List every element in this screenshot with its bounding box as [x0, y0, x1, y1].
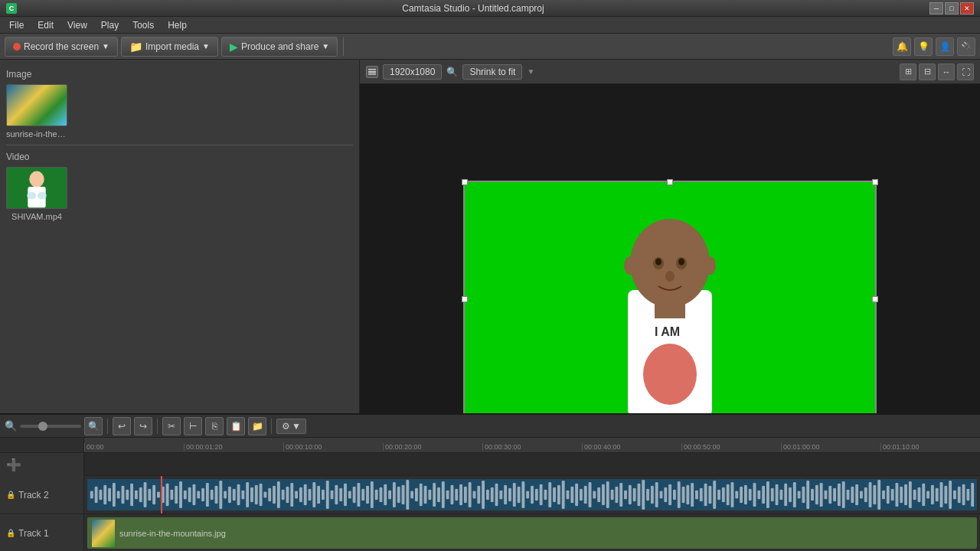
timeline-undo-btn[interactable]: ↩: [113, 417, 131, 435]
timeline-sep-1: [107, 419, 108, 434]
svg-rect-64: [175, 486, 178, 504]
svg-rect-198: [771, 488, 774, 502]
svg-rect-46: [95, 487, 98, 503]
preview-icon-4[interactable]: ⛶: [957, 64, 974, 80]
svg-rect-86: [273, 486, 276, 504]
add-track-button[interactable]: ➕: [0, 453, 83, 476]
svg-rect-173: [660, 491, 663, 499]
maximize-button[interactable]: □: [945, 2, 959, 15]
menu-file[interactable]: File: [3, 18, 30, 32]
clip-thumb: [92, 520, 115, 547]
svg-rect-166: [629, 485, 632, 504]
svg-rect-195: [757, 491, 760, 500]
svg-rect-98: [326, 481, 329, 509]
svg-rect-224: [887, 486, 890, 504]
svg-rect-177: [678, 481, 681, 508]
svg-rect-134: [486, 490, 489, 500]
menu-view[interactable]: View: [61, 18, 93, 32]
svg-rect-90: [290, 483, 293, 507]
timeline-redo-btn[interactable]: ↪: [134, 417, 152, 435]
audio-clip[interactable]: [87, 479, 977, 510]
svg-rect-104: [353, 487, 356, 503]
svg-rect-65: [179, 481, 182, 508]
svg-rect-125: [446, 491, 449, 500]
user-button[interactable]: 👤: [936, 37, 954, 56]
handle-mid-left[interactable]: [462, 296, 468, 302]
image-clip[interactable]: sunrise-in-the-mountains.jpg: [87, 517, 977, 549]
menu-play[interactable]: Play: [95, 18, 125, 32]
svg-rect-145: [535, 489, 538, 501]
timeline-paste-btn[interactable]: 📋: [227, 417, 245, 435]
svg-rect-182: [700, 488, 703, 502]
svg-point-39: [655, 259, 662, 266]
timeline-sep-2: [157, 419, 158, 434]
toolbar-right: 🔔 💡 👤 🔌: [893, 37, 975, 56]
timeline-cut-btn[interactable]: ✂: [162, 417, 181, 435]
window-controls: ─ □ ✕: [929, 2, 974, 15]
record-icon: [13, 43, 21, 51]
import-media-button[interactable]: 📁 Import media ▼: [121, 37, 218, 57]
svg-rect-126: [450, 485, 453, 504]
notifications-button[interactable]: 🔔: [893, 37, 911, 56]
track-2-content: [84, 476, 980, 514]
preview-icon-1[interactable]: ⊞: [900, 64, 916, 80]
preview-toolbar-icons: ⊞ ⊟ ↔ ⛶: [900, 64, 974, 80]
svg-rect-218: [860, 491, 863, 499]
image-section-label: Image: [6, 69, 353, 80]
svg-rect-105: [357, 483, 360, 507]
record-screen-button[interactable]: Record the screen ▼: [5, 37, 118, 57]
svg-rect-97: [322, 490, 325, 500]
timeline-split-btn[interactable]: ⊢: [184, 417, 202, 435]
svg-rect-202: [789, 487, 792, 503]
svg-rect-118: [415, 488, 418, 502]
image-item-sunrise[interactable]: sunrise-in-the-m...: [6, 84, 67, 139]
handle-top-right[interactable]: [872, 179, 878, 185]
svg-rect-189: [731, 482, 734, 507]
handle-top-center[interactable]: [667, 179, 673, 185]
close-button[interactable]: ✕: [960, 2, 974, 15]
produce-icon: ▶: [230, 41, 238, 53]
toolbar-separator: [343, 37, 344, 56]
plugin-button[interactable]: 🔌: [957, 37, 975, 56]
preview-icon-2[interactable]: ⊟: [919, 64, 936, 80]
zoom-selector[interactable]: Shrink to fit: [462, 64, 522, 80]
svg-rect-114: [397, 487, 400, 503]
svg-rect-136: [495, 484, 498, 506]
playhead[interactable]: [161, 476, 162, 514]
svg-rect-124: [442, 481, 445, 508]
menu-bar: File Edit View Play Tools Help: [0, 17, 980, 34]
timeline-search: 🔍 🔍: [5, 417, 103, 435]
svg-rect-200: [779, 490, 782, 500]
timeline-search-btn[interactable]: 🔍: [84, 417, 103, 435]
svg-rect-184: [708, 486, 711, 504]
svg-rect-160: [602, 484, 605, 505]
resolution-selector[interactable]: 1920x1080: [383, 64, 442, 80]
svg-rect-49: [108, 488, 111, 502]
svg-rect-162: [611, 490, 614, 500]
timeline-settings-btn[interactable]: ⚙ ▼: [276, 419, 306, 434]
menu-edit[interactable]: Edit: [31, 18, 60, 32]
tips-button[interactable]: 💡: [914, 37, 933, 56]
svg-rect-159: [597, 487, 600, 503]
menu-help[interactable]: Help: [162, 18, 193, 32]
svg-rect-236: [940, 482, 943, 507]
preview-settings-btn[interactable]: [366, 66, 378, 78]
handle-top-left[interactable]: [462, 179, 468, 185]
svg-rect-221: [873, 485, 876, 504]
svg-rect-155: [580, 489, 583, 501]
svg-rect-232: [922, 484, 925, 506]
video-item-shivam[interactable]: SHIVAM.mp4: [6, 167, 67, 221]
svg-rect-47: [99, 490, 102, 500]
svg-rect-209: [820, 483, 823, 507]
minimize-button[interactable]: ─: [929, 2, 943, 15]
preview-icon-3[interactable]: ↔: [938, 64, 955, 80]
record-label: Record the screen: [24, 41, 99, 52]
handle-mid-right[interactable]: [872, 296, 878, 302]
timeline-zoom-slider[interactable]: [20, 425, 81, 428]
produce-share-button[interactable]: ▶ Produce and share ▼: [221, 37, 338, 57]
timeline-folder-btn[interactable]: 📁: [248, 417, 266, 435]
menu-tools[interactable]: Tools: [126, 18, 160, 32]
timeline-zoom-thumb[interactable]: [38, 422, 47, 431]
svg-rect-76: [228, 487, 231, 503]
timeline-copy-btn[interactable]: ⎘: [205, 417, 224, 435]
